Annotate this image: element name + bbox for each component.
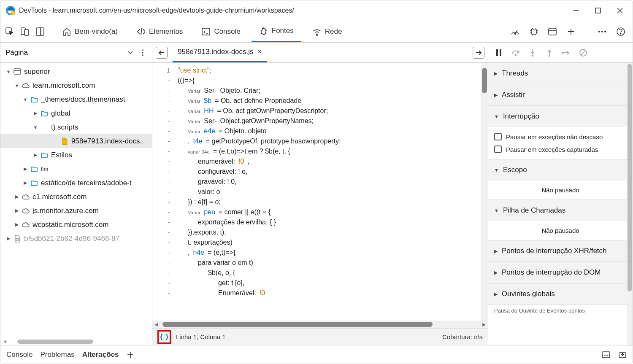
- editor-horizontal-scrollbar[interactable]: ◀▶: [152, 321, 488, 328]
- tree-item[interactable]: ▼_themes/docs.theme/mast: [0, 92, 152, 106]
- main-tabs-bar: Bem-vindo(a) Elementos Console Fontes Re…: [0, 21, 633, 43]
- memory-icon[interactable]: [529, 27, 539, 37]
- tree-item[interactable]: ▼t) scripts: [0, 120, 152, 134]
- drawer-bar: Console Problemas Alterações: [0, 345, 633, 364]
- tree-item[interactable]: ▶fim: [0, 162, 152, 176]
- tree-item[interactable]: ▶wcpstatic.microsoft.com: [0, 218, 152, 232]
- tree-item[interactable]: ▶global: [0, 106, 152, 120]
- step-into-icon[interactable]: [528, 48, 537, 57]
- section-xhr[interactable]: ▶Pontos de interrupção XHR/fetch: [488, 240, 633, 262]
- more-icon[interactable]: [597, 27, 607, 37]
- nav-back-icon[interactable]: [156, 47, 168, 59]
- section-listeners[interactable]: ▶Ouvintes globais: [488, 283, 633, 305]
- minimize-button[interactable]: [572, 6, 580, 15]
- tree-item[interactable]: ▶Estilos: [0, 148, 152, 162]
- tree-item[interactable]: ▶bf5db621-2b62-4d96-9466-87: [0, 232, 152, 245]
- event-listener-row: Pausa do Ouvinte de Eventospontos: [488, 305, 633, 316]
- svg-point-37: [563, 52, 564, 53]
- svg-rect-32: [496, 49, 498, 56]
- pause-uncaught-checkbox[interactable]: Pausar em exceções não descaso: [494, 130, 627, 143]
- page-tab-label[interactable]: Página: [5, 49, 28, 57]
- drawer-tab-problems[interactable]: Problemas: [40, 351, 74, 359]
- svg-point-35: [532, 55, 533, 56]
- debugger-panel: ▶Threads ▶Assistir ▼Interrupção Pausar e…: [488, 43, 633, 345]
- tree-item[interactable]: 958e7913.index-docs.: [0, 134, 152, 148]
- svg-point-15: [515, 33, 516, 34]
- file-tree[interactable]: ▼superior▼learn.microsoft.com▼_themes/do…: [0, 63, 152, 338]
- section-dom[interactable]: ▶Pontos de interrupção do DOM: [488, 262, 633, 283]
- svg-rect-42: [602, 352, 610, 358]
- step-out-icon[interactable]: [545, 48, 554, 57]
- drawer-tab-changes[interactable]: Alterações: [82, 351, 119, 359]
- close-button[interactable]: [616, 6, 624, 15]
- vertical-scrollbar[interactable]: [481, 63, 488, 321]
- file-tab-label: 958e7913.index-docs.js: [178, 48, 254, 56]
- pause-caught-checkbox[interactable]: Pausar em exceções capturadas: [494, 143, 627, 156]
- svg-point-34: [515, 54, 517, 55]
- tree-item[interactable]: ▶c1.microsoft.com: [0, 190, 152, 204]
- scope-not-paused: Não pausado: [488, 181, 633, 200]
- callstack-not-paused: Não pausado: [488, 221, 633, 240]
- section-scope[interactable]: ▼Escopo: [488, 159, 633, 181]
- maximize-button[interactable]: [594, 6, 602, 15]
- more-vertical-icon[interactable]: [138, 49, 147, 57]
- nav-forward-icon[interactable]: [473, 47, 484, 59]
- section-threads[interactable]: ▶Threads: [488, 63, 633, 84]
- cursor-position: Linha 1, Coluna 1: [176, 333, 226, 340]
- svg-rect-16: [531, 29, 536, 34]
- tab-sources[interactable]: Fontes: [252, 21, 301, 42]
- horizontal-scrollbar[interactable]: [0, 338, 152, 345]
- debugger-scrollbar[interactable]: [627, 63, 633, 345]
- step-over-icon[interactable]: [511, 48, 520, 57]
- drawer-add-icon[interactable]: [127, 351, 134, 359]
- drawer-dock-icon[interactable]: [601, 351, 611, 359]
- tree-item[interactable]: ▼superior: [0, 65, 152, 78]
- step-icon[interactable]: [562, 48, 571, 57]
- tab-welcome[interactable]: Bem-vindo(a): [54, 21, 125, 42]
- performance-icon[interactable]: [510, 27, 520, 37]
- svg-rect-33: [500, 49, 501, 56]
- chevron-down-icon[interactable]: [127, 51, 133, 55]
- tree-item[interactable]: ▼learn.microsoft.com: [0, 78, 152, 92]
- add-tab-icon[interactable]: [566, 27, 576, 37]
- code-area[interactable]: "use strict";(()=>{VariarSer- Objeto. Cr…: [178, 63, 488, 321]
- tree-item[interactable]: ▶estático/de terceiros/adobe-t: [0, 176, 152, 190]
- line-gutter: 1----------------------: [152, 63, 178, 321]
- dock-icon[interactable]: [34, 26, 46, 38]
- home-icon: [62, 27, 70, 36]
- tab-sources-label: Fontes: [272, 27, 294, 35]
- section-breakpoints[interactable]: ▼Interrupção: [488, 106, 633, 127]
- application-icon[interactable]: [547, 27, 557, 37]
- tree-item[interactable]: ▶js.monitor.azure.com: [0, 204, 152, 218]
- svg-rect-17: [549, 28, 556, 35]
- inspect-icon[interactable]: [4, 26, 16, 38]
- editor-panel: 958e7913.index-docs.js × 1--------------…: [152, 43, 488, 345]
- section-watch[interactable]: ▶Assistir: [488, 84, 633, 105]
- tab-welcome-label: Bem-vindo(a): [75, 27, 118, 36]
- svg-point-36: [549, 55, 550, 56]
- deactivate-breakpoints-icon[interactable]: [579, 48, 588, 57]
- help-icon[interactable]: [616, 27, 626, 37]
- tab-elements[interactable]: Elementos: [129, 21, 190, 42]
- section-callstack[interactable]: ▼Pilha de Chamadas: [488, 200, 633, 221]
- file-tab[interactable]: 958e7913.index-docs.js ×: [173, 43, 267, 62]
- device-toggle-icon[interactable]: [19, 26, 31, 38]
- svg-point-31: [16, 238, 19, 241]
- svg-point-28: [142, 54, 143, 56]
- console-icon: [201, 27, 210, 36]
- drawer-expand-icon[interactable]: [618, 351, 627, 359]
- svg-rect-9: [24, 30, 29, 35]
- svg-point-22: [601, 31, 603, 32]
- close-tab-icon[interactable]: ×: [258, 48, 262, 56]
- tab-network[interactable]: Rede: [305, 21, 350, 42]
- svg-point-25: [620, 33, 621, 34]
- tab-console[interactable]: Console: [194, 21, 248, 42]
- svg-point-14: [316, 34, 317, 35]
- svg-rect-29: [14, 69, 21, 74]
- svg-point-27: [142, 52, 143, 54]
- pretty-print-button[interactable]: [157, 330, 171, 344]
- svg-point-13: [262, 29, 266, 35]
- window-title: DevTools - learn.microsoft.com/en-us/mic…: [19, 7, 572, 14]
- pause-icon[interactable]: [494, 48, 503, 57]
- drawer-tab-console[interactable]: Console: [6, 351, 32, 359]
